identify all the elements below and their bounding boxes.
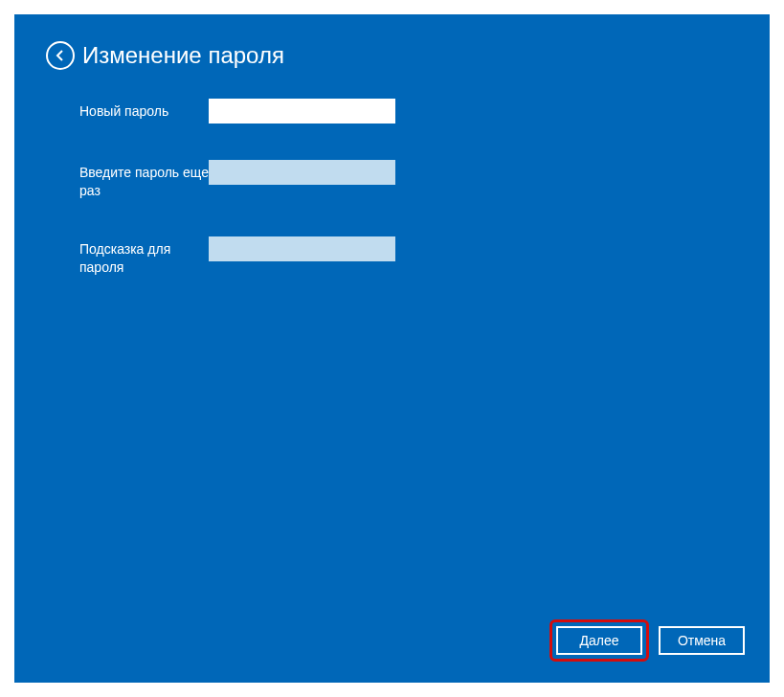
password-form: Новый пароль Введите пароль еще раз Подс…	[14, 70, 770, 277]
highlight-annotation: Далее	[549, 619, 649, 662]
back-icon[interactable]	[46, 41, 75, 70]
confirm-password-label: Введите пароль еще раз	[79, 160, 209, 200]
page-title: Изменение пароля	[82, 44, 284, 67]
confirm-password-input[interactable]	[209, 160, 395, 185]
cancel-button[interactable]: Отмена	[659, 626, 745, 655]
form-row-new-password: Новый пароль	[79, 99, 770, 124]
hint-label: Подсказка для пароля	[79, 236, 209, 277]
next-button[interactable]: Далее	[556, 626, 642, 655]
new-password-input[interactable]	[209, 99, 395, 124]
header: Изменение пароля	[14, 14, 770, 70]
form-row-confirm-password: Введите пароль еще раз	[79, 160, 770, 200]
change-password-window: Изменение пароля Новый пароль Введите па…	[14, 14, 770, 683]
footer: Далее Отмена	[549, 619, 745, 662]
new-password-label: Новый пароль	[79, 99, 209, 121]
hint-input[interactable]	[209, 236, 395, 261]
form-row-hint: Подсказка для пароля	[79, 236, 770, 277]
